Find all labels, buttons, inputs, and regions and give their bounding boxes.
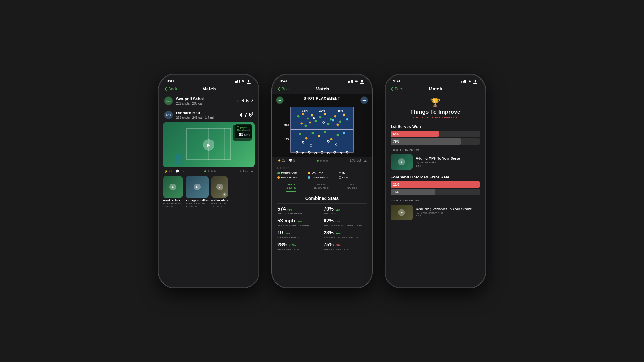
thumbnail-2[interactable]: ▶ ⬆ Rallies Abov POINT BY PC 12 RALLIES: [211, 176, 228, 209]
svg-point-47: [312, 132, 314, 134]
back-button-3[interactable]: ❮ Back: [391, 86, 404, 91]
bar1-pct-2: 22%: [391, 183, 399, 186]
back-label-2: Back: [281, 86, 291, 91]
chart-title: SHOT PLACEMENT: [304, 96, 340, 100]
stat-chg-7: ↓3%: [335, 244, 341, 247]
player1-row: SS Swupnil Sahai 221 shots 207 cal ✓ 6 5…: [159, 94, 258, 108]
phone-3: 9:41 ⊜ ▮ ❮ Back Match: [385, 74, 486, 288]
status-icons-2: ⊜ ▮: [348, 79, 364, 84]
nav-bar-3: ❮ Back Match: [386, 85, 485, 94]
filter-out[interactable]: OUT: [339, 176, 367, 179]
svg-point-36: [343, 114, 345, 116]
video-meta-2: ⚡ 27 💬 5 1.36 GB ☁: [272, 157, 372, 164]
video-play-button-1[interactable]: ▶: [203, 139, 214, 151]
svg-point-26: [302, 113, 304, 115]
tab-smart-insights[interactable]: SMARTINSIGHTS: [314, 183, 329, 192]
thumb-video-0[interactable]: ▶: [163, 176, 183, 198]
tab-my-notes[interactable]: MYNOTES: [347, 183, 358, 192]
dot2-3: [323, 160, 325, 162]
player1-score-2: 5: [246, 98, 249, 104]
stat-shots-in: 70% ↑2% SHOTS IN: [324, 206, 367, 215]
player1-score-1: 6: [241, 98, 244, 104]
filter-volley[interactable]: VOLLEY: [308, 172, 336, 175]
thumb-play-1[interactable]: ▶: [194, 184, 201, 190]
status-bar-3: 9:41 ⊜ ▮: [386, 75, 485, 85]
player1-avatar: SS: [164, 96, 173, 105]
metric1-section: 1st Serves Won 54% 79%: [386, 122, 485, 147]
shot-type: TopspinBackhand: [237, 126, 250, 132]
back-button-1[interactable]: ❮ Back: [164, 86, 177, 91]
status-time-1: 9:41: [167, 79, 174, 83]
file-size-2: 1.36 GB: [349, 159, 361, 162]
player2-score-1: 4: [240, 112, 242, 118]
thumb-title-0: Break Points: [163, 199, 183, 202]
volley-label: VOLLEY: [312, 172, 323, 175]
stat-lbl-6: FIRST SERVE PCT: [277, 248, 320, 251]
dot-2: [208, 170, 209, 172]
svg-text:33%: 33%: [302, 109, 308, 112]
dot2-4: [326, 160, 328, 162]
thumb-video-1[interactable]: ▶: [186, 176, 209, 198]
thumbnail-1[interactable]: ▶ 5 Longest Rallies POINT BY POINT 35 RA…: [186, 176, 209, 209]
stat-val-2: 53 mph: [277, 218, 295, 224]
filter-label: FILTER: [277, 167, 367, 170]
video-card-1[interactable]: ▶ Adding MPH To Your Serve By James Blak…: [386, 153, 485, 172]
stat-chg-3: ↑3%: [335, 220, 341, 223]
nav-bar-2: ❮ Back Match: [272, 85, 372, 94]
dot2-2: [320, 160, 322, 162]
bar1-track-2: 22%: [391, 181, 480, 188]
filter-overhead[interactable]: OVERHEAD: [308, 176, 336, 179]
player2-score-2: 7: [244, 112, 247, 118]
phone2-content: SS SHOT PLACEMENT RH: [272, 94, 372, 281]
player1-score: ✓ 6 5 7: [236, 98, 253, 104]
back-button-2[interactable]: ❮ Back: [277, 86, 291, 91]
video-thumb-2[interactable]: ▶: [391, 205, 413, 220]
player2-miles: 1.4 mi: [205, 116, 214, 119]
filter-in[interactable]: IN: [339, 172, 367, 175]
video-card-2[interactable]: ▶ Reducing Variables In Your Stroke By S…: [386, 203, 485, 223]
filter-forehand[interactable]: FOREHAND: [277, 172, 305, 175]
stat-rallies-above: 23% ↑6% RALLIES ABOVE 8 SHOTS: [324, 230, 367, 239]
phone1-content: SS Swupnil Sahai 221 shots 207 cal ✓ 6 5…: [159, 94, 258, 281]
bar1-container-2: 22%: [391, 181, 480, 188]
video-play-3-1[interactable]: ▶: [398, 158, 405, 165]
stat-val-7: 75%: [324, 242, 334, 248]
player2-score: 4 7 66: [240, 112, 253, 118]
svg-point-48: [318, 135, 320, 137]
shot-speed-unit: MPH: [244, 134, 250, 137]
player1-shots: 221 shots: [176, 102, 190, 105]
svg-text:45%: 45%: [337, 109, 343, 112]
status-bar-1: 9:41 ⊜ ▮: [159, 75, 258, 85]
stat-lbl-5: RALLIES ABOVE 8 SHOTS: [324, 236, 367, 239]
svg-point-37: [346, 118, 348, 121]
thumb-play-0[interactable]: ▶: [169, 184, 176, 190]
thumb-title-2: Rallies Abov: [211, 199, 228, 202]
svg-point-32: [324, 113, 326, 115]
main-video[interactable]: 👤 ▶ TopspinBackhand 65 MPH: [163, 122, 255, 167]
tab-shot-stats[interactable]: SHOTSTATS: [286, 183, 296, 192]
battery-icon-2: ▮: [360, 79, 364, 84]
bar1-track-1: 54%: [391, 131, 480, 137]
stats-tabs: SHOTSTATS SMARTINSIGHTS MYNOTES: [272, 180, 372, 193]
stat-shots-per-hour: 574 ↑6% SHOTS PER HOUR: [277, 206, 320, 215]
video-thumb-1[interactable]: ▶: [391, 154, 413, 170]
filter-grid: FOREHAND VOLLEY IN BACKHAND: [277, 172, 367, 179]
thumb-video-2[interactable]: ▶ ⬆: [211, 176, 228, 198]
meta-left-1: ⚡ 27 💬 15: [164, 169, 184, 173]
stats-grid: 574 ↑6% SHOTS PER HOUR 70% ↑2% SHOTS IN: [277, 206, 367, 251]
phone-1: 9:41 ⊜ ▮ ❮ Back Match: [158, 74, 259, 288]
video-by-2: By Stevie Johnson, Jr.: [416, 211, 472, 215]
backhand-label: BACKHAND: [281, 176, 297, 179]
player2-info: Richard Hsu 232 shots 245 cal 1.4 mi: [176, 111, 236, 119]
svg-point-51: [337, 134, 339, 136]
filter-backhand[interactable]: BACKHAND: [277, 176, 305, 179]
svg-point-33: [330, 118, 332, 121]
video-info-1: Adding MPH To Your Serve By James Blake …: [416, 156, 460, 167]
thumbnail-0[interactable]: ▶ Break Points POINT BY POINT 5 RALLIES: [163, 176, 183, 209]
svg-point-64: [340, 152, 342, 154]
video-play-3-2[interactable]: ▶: [398, 209, 405, 216]
out-dot: [339, 176, 341, 179]
thumb-play-2[interactable]: ▶: [216, 184, 223, 190]
stat-second-serve: 75% ↓3% SECOND SERVE PCT: [324, 242, 367, 251]
stat-val-6: 28%: [277, 242, 287, 248]
